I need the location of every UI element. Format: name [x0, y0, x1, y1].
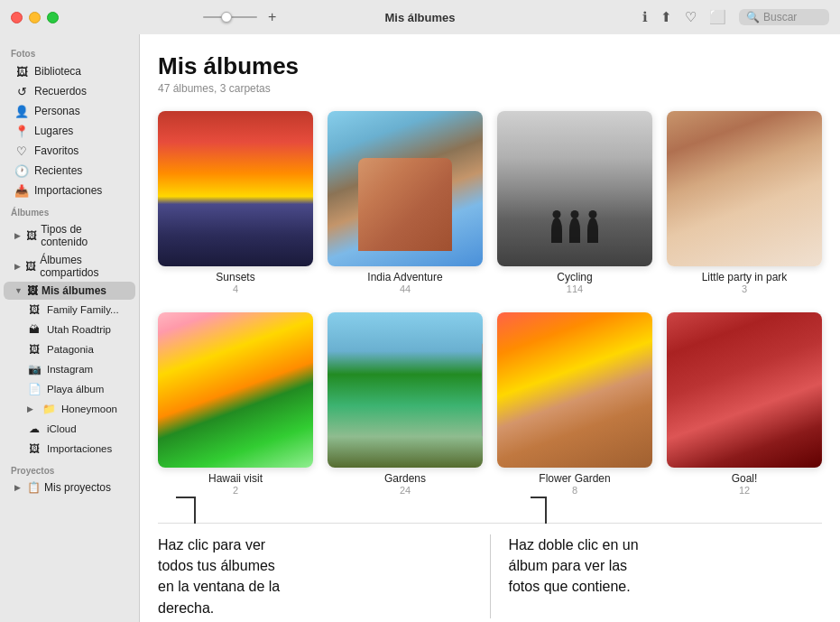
sidebar-label-icloud: iCloud [47, 423, 77, 434]
callout-text-right: Haz doble clic en un álbum para ver las … [509, 534, 823, 598]
album-grid: Sunsets 4 India Adventure 44 [158, 111, 822, 496]
album-sunsets[interactable]: Sunsets 4 [158, 111, 313, 294]
sidebar-item-recientes[interactable]: 🕐 Recientes [4, 161, 135, 181]
silhouette-1 [551, 218, 562, 243]
zoom-plus-button[interactable]: + [268, 9, 276, 25]
silhouette-2 [569, 218, 580, 243]
sidebar-label-playa: Playa álbum [47, 384, 104, 395]
album-name-sunsets: Sunsets [216, 271, 254, 283]
album-india[interactable]: India Adventure 44 [328, 111, 483, 294]
tipos-icon: 🖼 [26, 229, 37, 242]
sidebar-section-albumes: Álbumes [0, 200, 139, 220]
album-count-cycling: 114 [567, 283, 583, 294]
compartidos-icon: 🖼 [25, 260, 36, 273]
silhouette-3 [587, 218, 598, 243]
cycling-silhouettes [551, 218, 598, 243]
importaciones2-icon: 🖼 [27, 441, 42, 456]
sidebar-label-recuerdos: Recuerdos [34, 85, 87, 97]
album-name-gardens: Gardens [384, 472, 426, 485]
sidebar-item-tipos[interactable]: ▶ 🖼 Tipos de contenido [4, 220, 135, 251]
album-thumb-india [328, 111, 483, 266]
crop-icon[interactable]: ⬜ [709, 9, 726, 25]
album-name-party: Little party in park [702, 271, 788, 283]
sidebar-section-proyectos: Proyectos [0, 459, 139, 478]
photo-india [328, 111, 483, 266]
sidebar-item-mis-albumes[interactable]: ▼ 🖼 Mis álbumes [4, 282, 135, 300]
sidebar-item-lugares[interactable]: 📍 Lugares [4, 121, 135, 141]
main-panel: Mis álbumes 47 álbumes, 3 carpetas Sunse… [140, 34, 840, 622]
mis-albumes-icon: 🖼 [27, 284, 38, 297]
album-flower[interactable]: Flower Garden 8 [497, 312, 652, 496]
heart-icon[interactable]: ♡ [685, 9, 697, 25]
sidebar-sub-icloud[interactable]: ☁ iCloud [4, 419, 135, 439]
share-icon[interactable]: ⬆ [660, 9, 672, 25]
personas-icon: 👤 [14, 104, 29, 118]
recuerdos-icon: ↺ [14, 84, 29, 98]
sidebar-sub-family[interactable]: 🖼 Family Family... [4, 300, 135, 320]
india-people-overlay [358, 158, 451, 251]
album-hawaii[interactable]: Hawaii visit 2 [158, 312, 313, 496]
chevron-right-icon: ▶ [14, 231, 23, 240]
info-icon[interactable]: ℹ [642, 9, 648, 25]
title-bar: + Mis álbumes ℹ ⬆ ♡ ⬜ 🔍 Buscar [0, 0, 840, 34]
sidebar-label-importaciones2: Importaciones [47, 443, 112, 454]
sidebar-sub-playa[interactable]: 📄 Playa álbum [4, 379, 135, 399]
album-name-india: India Adventure [367, 271, 442, 283]
photo-hawaii [158, 312, 313, 468]
minimize-button[interactable] [29, 12, 41, 23]
sidebar: Fotos 🖼 Biblioteca ↺ Recuerdos 👤 Persona… [0, 34, 140, 622]
chevron-right-icon4: ▶ [14, 483, 23, 492]
scroll-indicator [482, 343, 483, 436]
zoom-slider-area[interactable]: + [203, 9, 276, 25]
photo-cycling [497, 111, 652, 266]
favoritos-icon: ♡ [14, 144, 29, 158]
photo-flower [497, 312, 652, 468]
sidebar-item-recuerdos[interactable]: ↺ Recuerdos [4, 81, 135, 101]
biblioteca-icon: 🖼 [14, 64, 29, 79]
sidebar-label-honeymoon: Honeymoon [61, 404, 117, 414]
maximize-button[interactable] [47, 12, 59, 23]
sidebar-item-personas[interactable]: 👤 Personas [4, 101, 135, 121]
page-title: Mis álbumes [158, 52, 822, 80]
album-thumb-flower [497, 312, 652, 468]
proyectos-icon: 📋 [27, 481, 41, 494]
sidebar-label-personas: Personas [34, 105, 80, 117]
sidebar-item-mis-proyectos[interactable]: ▶ 📋 Mis proyectos [4, 478, 135, 497]
importaciones-icon: 📥 [14, 183, 29, 198]
sidebar-label-biblioteca: Biblioteca [34, 65, 81, 78]
photo-party [667, 111, 822, 266]
utah-icon: 🏔 [27, 322, 42, 337]
album-gardens[interactable]: Gardens 24 [328, 312, 483, 496]
album-count-sunsets: 4 [233, 283, 238, 294]
callout-left: Haz clic para ver todos tus álbumes en l… [158, 534, 491, 618]
close-button[interactable] [11, 12, 23, 23]
album-party[interactable]: Little party in park 3 [667, 111, 822, 294]
album-thumb-gardens [328, 312, 483, 468]
sidebar-label-mis-albumes: Mis álbumes [42, 284, 106, 297]
traffic-lights [11, 12, 59, 23]
sidebar-sub-honeymoon[interactable]: ▶ 📁 Honeymoon [4, 399, 135, 419]
sidebar-item-favoritos[interactable]: ♡ Favoritos [4, 141, 135, 161]
sidebar-label-tipos: Tipos de contenido [41, 223, 125, 248]
chevron-right-icon3: ▶ [27, 404, 36, 413]
photo-goal [667, 312, 822, 468]
sidebar-sub-patagonia[interactable]: 🖼 Patagonia [4, 339, 135, 359]
search-bar[interactable]: 🔍 Buscar [739, 9, 829, 25]
sidebar-sub-utah[interactable]: 🏔 Utah Roadtrip [4, 320, 135, 339]
sidebar-item-importaciones[interactable]: 📥 Importaciones [4, 181, 135, 200]
sidebar-item-compartidos[interactable]: ▶ 🖼 Álbumes compartidos [4, 251, 135, 282]
callout-line-right-horizontal [531, 497, 547, 498]
zoom-slider[interactable] [203, 16, 257, 18]
search-icon: 🔍 [746, 11, 760, 23]
callout-line-left-vertical [194, 497, 196, 524]
album-count-party: 3 [742, 283, 747, 294]
album-thumb-hawaii [158, 312, 313, 468]
album-goal[interactable]: Goal! 12 [667, 312, 822, 496]
sidebar-item-biblioteca[interactable]: 🖼 Biblioteca [4, 61, 135, 81]
main-content: Fotos 🖼 Biblioteca ↺ Recuerdos 👤 Persona… [0, 34, 840, 622]
sidebar-sub-importaciones2[interactable]: 🖼 Importaciones [4, 439, 135, 459]
album-cycling[interactable]: Cycling 114 [497, 111, 652, 294]
callout-line-left-horizontal [176, 497, 196, 498]
sidebar-sub-instagram[interactable]: 📷 Instagram [4, 359, 135, 379]
slider-thumb[interactable] [221, 12, 232, 23]
